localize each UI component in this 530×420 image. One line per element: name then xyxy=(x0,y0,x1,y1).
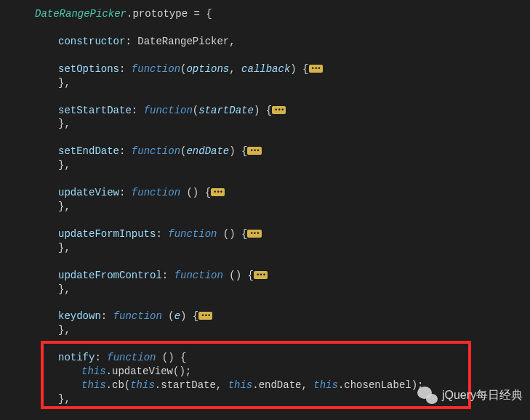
class-name: DateRangePicker xyxy=(35,8,127,20)
fold-icon[interactable]: ••• xyxy=(247,147,261,155)
method-name: updateFormInputs xyxy=(58,228,156,240)
method-name: keydown xyxy=(58,310,101,322)
token: .chosenLabel); xyxy=(338,379,424,391)
fold-icon[interactable]: ••• xyxy=(254,271,268,279)
function-keyword: function xyxy=(144,105,193,116)
call: .updateView(); xyxy=(106,366,192,377)
blank-line xyxy=(0,296,530,310)
method-name: updateView xyxy=(58,187,119,198)
code-line: }, xyxy=(0,392,530,406)
code-line: setEndDate: function(endDate) {••• xyxy=(0,145,530,158)
code-line: this.cb(this.startDate, this.endDate, th… xyxy=(0,379,530,392)
close-brace: }, xyxy=(58,283,71,295)
method-name: notify xyxy=(58,352,95,363)
code-line: setOptions: function(options, callback) … xyxy=(0,62,530,76)
blank-line xyxy=(0,131,530,145)
code-line: keydown: function (e) {••• xyxy=(0,310,530,323)
code-line: notify: function () { xyxy=(0,351,530,365)
code-line: updateFromControl: function () {••• xyxy=(0,269,530,283)
close-brace: }, xyxy=(58,324,71,336)
code-line: this.updateView(); xyxy=(0,365,530,379)
this-keyword: this xyxy=(313,379,338,391)
this-keyword: this xyxy=(81,379,106,391)
this-keyword: this xyxy=(130,379,155,391)
param: options xyxy=(186,63,229,75)
blank-line xyxy=(0,90,530,104)
fold-icon[interactable]: ••• xyxy=(211,188,225,196)
token: .startDate, xyxy=(155,379,228,391)
fold-icon[interactable]: ••• xyxy=(198,312,212,320)
this-keyword: this xyxy=(228,379,253,391)
param: endDate xyxy=(186,145,229,157)
code-line: updateFormInputs: function () {••• xyxy=(0,227,530,241)
param: callback xyxy=(241,63,290,75)
constructor-ref: DateRangePicker xyxy=(137,36,229,47)
code-line: }, xyxy=(0,323,530,337)
close-brace: }, xyxy=(58,201,71,212)
fold-icon[interactable]: ••• xyxy=(309,65,323,73)
function-keyword: function xyxy=(168,228,217,240)
function-keyword: function xyxy=(174,270,223,281)
close-brace: }, xyxy=(58,242,71,254)
token: : xyxy=(125,36,137,47)
blank-line xyxy=(0,172,530,186)
close-brace: }, xyxy=(58,77,71,89)
function-keyword: function xyxy=(132,145,180,157)
close-brace: }, xyxy=(58,118,71,129)
token: .prototype xyxy=(127,8,188,20)
call: .cb( xyxy=(106,379,131,391)
blank-line xyxy=(0,49,530,62)
code-line: }, xyxy=(0,158,530,172)
property-name: constructor xyxy=(58,36,125,47)
method-name: setStartDate xyxy=(58,105,132,116)
code-line: }, xyxy=(0,117,530,131)
param: e xyxy=(174,310,180,322)
function-keyword: function xyxy=(107,352,156,363)
code-line: }, xyxy=(0,241,530,255)
code-line: updateView: function () {••• xyxy=(0,186,530,200)
blank-line xyxy=(0,255,530,269)
code-line: setStartDate: function(startDate) {••• xyxy=(0,104,530,118)
method-name: setEndDate xyxy=(58,145,119,157)
code-line: }, xyxy=(0,283,530,296)
token: , xyxy=(229,36,235,47)
this-keyword: this xyxy=(81,366,106,377)
code-line: DateRangePicker.prototype = { xyxy=(0,7,530,21)
fold-icon[interactable]: ••• xyxy=(247,230,261,238)
method-name: updateFromControl xyxy=(58,270,162,281)
blank-line xyxy=(0,214,530,227)
function-keyword: function xyxy=(132,187,180,198)
code-line: constructor: DateRangePicker, xyxy=(0,35,530,49)
code-line: }, xyxy=(0,76,530,90)
blank-line xyxy=(0,337,530,351)
close-brace: }, xyxy=(58,393,71,405)
code-editor[interactable]: DateRangePicker.prototype = { constructo… xyxy=(0,0,530,420)
function-keyword: function xyxy=(132,63,180,75)
fold-icon[interactable]: ••• xyxy=(272,106,286,114)
token: .endDate, xyxy=(252,379,313,391)
close-brace: }, xyxy=(58,159,71,171)
blank-line xyxy=(0,21,530,35)
method-name: setOptions xyxy=(58,63,119,75)
param: startDate xyxy=(198,105,254,116)
function-keyword: function xyxy=(113,310,162,322)
token: = { xyxy=(188,8,212,20)
code-line: }, xyxy=(0,200,530,214)
